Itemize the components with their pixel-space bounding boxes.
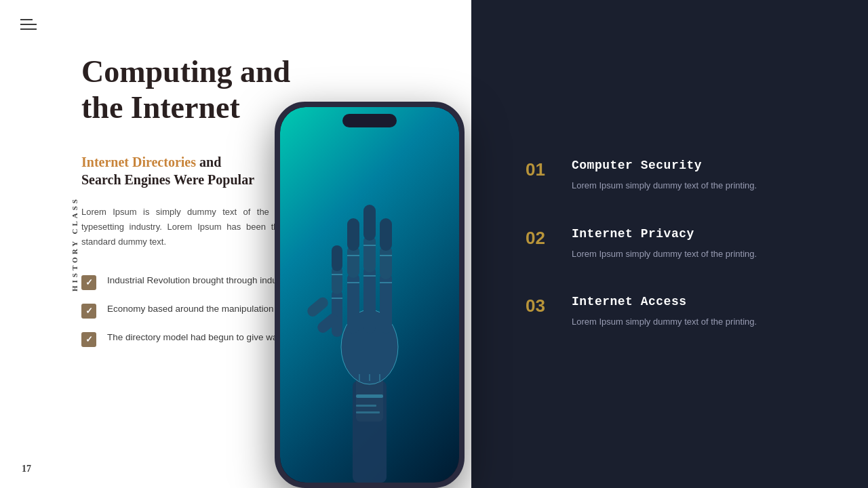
robotic-hand-svg: [302, 178, 437, 483]
item-content-1: Computer Security Lorem Ipsum simply dum…: [572, 159, 757, 193]
item-desc-2: Lorem Ipsum simply dummy text of the pri…: [572, 247, 757, 262]
item-content-3: Internet Access Lorem Ipsum simply dummy…: [572, 295, 757, 329]
menu-line-2: [20, 24, 37, 25]
phone-notch: [342, 114, 397, 127]
subtitle-and: and: [199, 155, 221, 169]
item-desc-1: Lorem Ipsum simply dummy text of the pri…: [572, 179, 757, 193]
right-panel: 01 Computer Security Lorem Ipsum simply …: [471, 0, 868, 488]
menu-line-1: [20, 19, 33, 20]
menu-line-3: [20, 28, 37, 30]
item-number-2: 02: [526, 227, 553, 247]
svg-rect-25: [305, 296, 330, 319]
checkbox-3: [81, 332, 96, 347]
phone-container: [264, 47, 475, 488]
svg-rect-21: [332, 245, 342, 271]
checkbox-2: [81, 304, 96, 319]
svg-rect-28: [356, 411, 380, 413]
subtitle-rest: Search Engines Were Popular: [81, 172, 254, 187]
page-number: 17: [22, 464, 31, 474]
svg-rect-26: [356, 394, 383, 398]
right-item-2: 02 Internet Privacy Lorem Ipsum simply d…: [526, 227, 827, 262]
svg-rect-19: [332, 289, 342, 337]
right-item-1: 01 Computer Security Lorem Ipsum simply …: [526, 159, 827, 193]
sidebar-label: HISTORY CLASS: [71, 197, 79, 291]
item-content-2: Internet Privacy Lorem Ipsum simply dumm…: [572, 227, 757, 262]
menu-icon[interactable]: [20, 19, 37, 30]
item-title-1: Computer Security: [572, 159, 757, 172]
subtitle-highlight: Internet Directories: [81, 155, 196, 169]
svg-rect-6: [380, 218, 392, 251]
item-number-1: 01: [526, 159, 553, 178]
svg-rect-27: [356, 405, 376, 407]
item-desc-3: Lorem Ipsum simply dummy text of the pri…: [572, 315, 757, 329]
item-title-3: Internet Access: [572, 295, 757, 308]
svg-rect-10: [363, 235, 376, 272]
svg-rect-11: [363, 205, 376, 241]
checkbox-1: [81, 275, 96, 290]
svg-rect-16: [347, 218, 359, 251]
svg-rect-4: [380, 272, 392, 333]
svg-rect-14: [347, 272, 359, 333]
item-title-2: Internet Privacy: [572, 227, 757, 241]
right-item-3: 03 Internet Access Lorem Ipsum simply du…: [526, 295, 827, 329]
item-number-3: 03: [526, 295, 553, 314]
